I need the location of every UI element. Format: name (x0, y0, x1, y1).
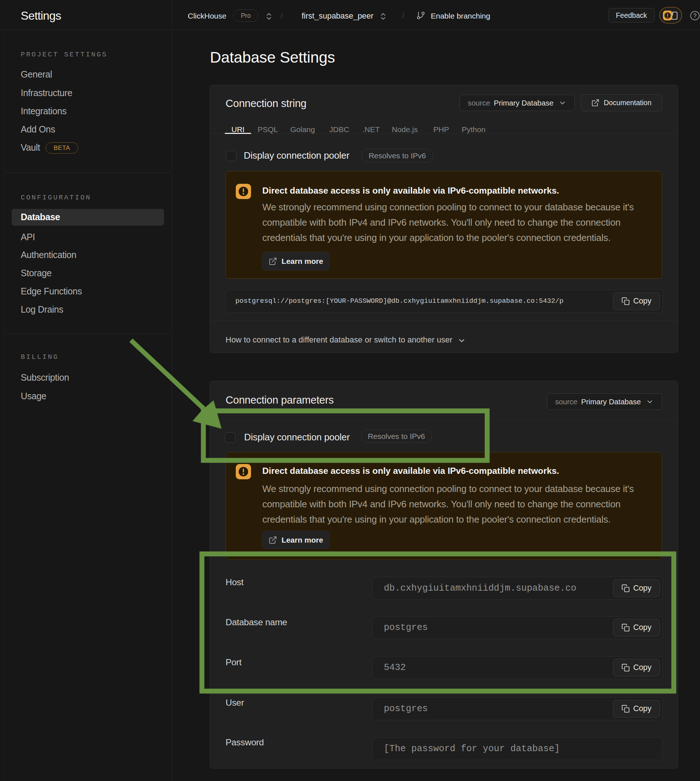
svg-text:?: ? (693, 13, 697, 19)
